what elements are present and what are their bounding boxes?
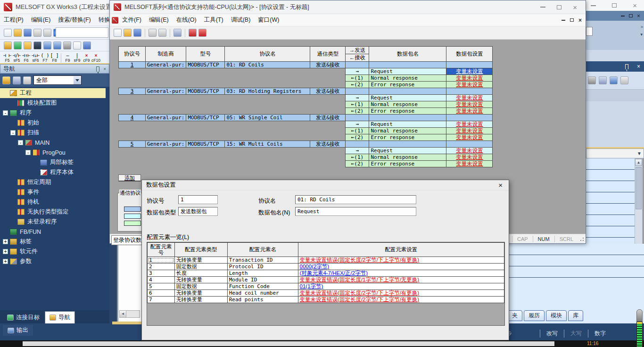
- packet-setting-cell[interactable]: 变量未设置: [446, 134, 493, 141]
- open-file-icon[interactable]: [14, 29, 22, 37]
- packet-setting-link[interactable]: 变量未设置: [456, 68, 483, 74]
- ladder-tool-F9[interactable]: —F9: [63, 53, 72, 63]
- keyboard-icon[interactable]: [53, 41, 61, 50]
- sidebar-item-局部标签[interactable]: 局部标签: [0, 157, 106, 167]
- packet-setting-cell[interactable]: 变量未设置: [446, 154, 493, 161]
- packet-type-field[interactable]: [178, 207, 218, 216]
- sidebar-item-事件[interactable]: 事件: [0, 187, 106, 197]
- new-file-icon[interactable]: [4, 29, 12, 37]
- tab-库[interactable]: 库: [568, 310, 583, 321]
- sidebar-item-标签[interactable]: +标签: [0, 237, 106, 247]
- gear-icon[interactable]: [23, 76, 31, 84]
- device-comment-icon[interactable]: [83, 41, 91, 50]
- toolbar-options-icon[interactable]: ▾: [640, 32, 643, 37]
- close-panel-icon[interactable]: ×: [103, 66, 106, 72]
- minimize-icon[interactable]: [540, 7, 545, 8]
- element-setting-link[interactable]: (对象元素4-7/HEX/正/2字节): [300, 270, 368, 276]
- packet-setting-link[interactable]: 变量未设置: [456, 121, 483, 127]
- ladder-view-icon[interactable]: [43, 41, 51, 50]
- scroll-left-icon[interactable]: ◄: [120, 311, 126, 317]
- packet-setting-link[interactable]: 变量未设置: [456, 134, 483, 140]
- element-no-cell[interactable]: 4: [148, 277, 175, 283]
- ladder-tool-sF5[interactable]: ⊣/⊢sF5: [12, 53, 21, 63]
- expand-icon[interactable]: -: [18, 140, 23, 145]
- maximize-icon[interactable]: [612, 3, 617, 8]
- minimize-icon[interactable]: [621, 16, 625, 17]
- element-setting-cell[interactable]: 变量未设置错误(固定长度/2字节/下上字节/有更换): [298, 297, 504, 303]
- find-icon[interactable]: [588, 76, 596, 84]
- element-no-cell[interactable]: 2: [148, 264, 175, 270]
- minimize-icon[interactable]: [561, 20, 565, 21]
- protocol-name-field[interactable]: [295, 195, 416, 204]
- register-watch-icon[interactable]: [610, 76, 618, 84]
- paste-icon[interactable]: [158, 29, 166, 37]
- packet-setting-link[interactable]: 变量未设置: [456, 101, 483, 107]
- ladder-tool-sF6[interactable]: ⊣↓⊢sF6: [31, 53, 40, 63]
- save-icon[interactable]: [24, 29, 32, 37]
- module-transfer-icon[interactable]: [173, 29, 182, 37]
- gx-menu-转换[interactable]: 转换: [95, 15, 109, 25]
- packet-setting-cell[interactable]: 变量未设置: [446, 82, 493, 88]
- element-setting-cell[interactable]: 变量未设置错误(固定长度/2字节/下上字节/有更换): [298, 257, 504, 264]
- close-panel-icon[interactable]: ×: [637, 63, 640, 70]
- packet-setting-cell[interactable]: 变量未设置: [446, 128, 493, 134]
- packet-setting-link[interactable]: 变量未设置: [456, 148, 483, 153]
- sidebar-item-程序[interactable]: -程序: [0, 108, 106, 118]
- tab-履历[interactable]: 履历: [524, 310, 545, 321]
- nav-filter-dropdown[interactable]: 全部: [33, 75, 82, 85]
- mw-menu-编辑(E)[interactable]: 编辑(E): [145, 15, 173, 25]
- toolbar-overflow-icon[interactable]: »: [641, 25, 643, 29]
- ladder-tool-F8[interactable]: [ ]F8: [50, 53, 59, 63]
- tab-output[interactable]: 输出: [3, 325, 33, 336]
- element-setting-link[interactable]: 变量未设置错误(固定长度/2字节/下上字节/有更换): [300, 297, 420, 302]
- sidebar-item-无执行类型指定[interactable]: 无执行类型指定: [0, 207, 106, 217]
- expand-icon[interactable]: +: [3, 239, 8, 244]
- mw-menu-调试(B)[interactable]: 调试(B): [227, 15, 255, 25]
- tree-collapse-icon[interactable]: [13, 76, 21, 84]
- scrollbar-thumb[interactable]: [636, 167, 642, 209]
- element-setting-link[interactable]: 0000(2字节): [300, 264, 330, 269]
- element-filter-dropdown[interactable]: ▼: [586, 149, 644, 158]
- print-icon[interactable]: [33, 29, 41, 37]
- element-setting-link[interactable]: 变量未设置错误(固定长度/2字节/下上字节/有更换): [300, 290, 420, 296]
- packet-setting-cell[interactable]: 变量未设置: [446, 161, 493, 167]
- packet-name-field[interactable]: [295, 207, 416, 216]
- element-no-cell[interactable]: 7: [148, 297, 175, 303]
- element-no-cell[interactable]: 1: [148, 257, 175, 264]
- packet-setting-link[interactable]: 变量未设置: [456, 82, 483, 87]
- tree-display-icon[interactable]: [2, 76, 10, 84]
- sidebar-item-模块配置图[interactable]: 模块配置图: [0, 98, 106, 108]
- pin-icon[interactable]: [625, 64, 628, 69]
- add-button[interactable]: 添加: [118, 174, 141, 182]
- tab-夹[interactable]: 夹: [507, 310, 522, 321]
- expand-icon[interactable]: -: [3, 110, 8, 116]
- hotkey-icon[interactable]: [24, 41, 32, 50]
- packet-setting-cell[interactable]: 变量未设置: [446, 75, 493, 82]
- packet-setting-cell[interactable]: 变量未设置: [446, 101, 493, 108]
- chevron-down-icon[interactable]: [74, 76, 81, 84]
- packet-setting-cell[interactable]: 变量未设置: [446, 108, 493, 115]
- ladder-tool-sF9[interactable]: |sF9: [73, 53, 82, 63]
- close-icon[interactable]: ×: [578, 17, 582, 23]
- restore-icon[interactable]: [570, 18, 574, 22]
- gx-menu-工程(P)[interactable]: 工程(P): [0, 15, 27, 25]
- pin-icon[interactable]: [96, 66, 99, 72]
- packet-setting-link[interactable]: 变量未设置: [456, 75, 483, 81]
- mw-menu-窗口(W)[interactable]: 窗口(W): [254, 15, 283, 25]
- resize-grip[interactable]: [579, 236, 585, 242]
- close-icon[interactable]: ×: [573, 4, 577, 11]
- taskbar-app-button[interactable]: [23, 341, 554, 346]
- protocol-no-field[interactable]: [178, 195, 218, 204]
- window-icon[interactable]: [73, 41, 81, 50]
- sidebar-item-MAIN[interactable]: -MAIN: [0, 138, 106, 148]
- element-setting-cell[interactable]: (对象元素4-7/HEX/正/2字节): [298, 270, 504, 277]
- packet-setting-cell[interactable]: 变量未设置: [446, 68, 493, 75]
- close-icon[interactable]: ×: [637, 13, 640, 19]
- sidebar-item-工程[interactable]: 工程: [0, 88, 106, 98]
- protocol-number-link[interactable]: 4: [119, 115, 146, 121]
- ladder-tool-F5[interactable]: ⊣ ⊢F5: [3, 53, 12, 63]
- sidebar-item-ProgPou[interactable]: -ProgPou: [0, 148, 106, 157]
- horizontal-scrollbar[interactable]: ◄: [119, 310, 140, 318]
- packet-setting-link[interactable]: 变量未设置: [456, 108, 483, 114]
- copy-icon[interactable]: [149, 29, 157, 37]
